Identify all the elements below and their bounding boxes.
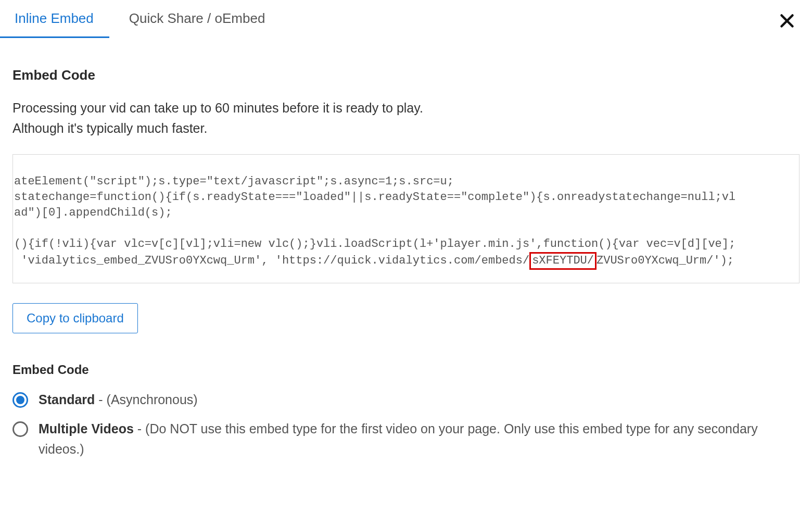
embed-code-textarea[interactable]: ateElement("script");s.type="text/javasc… <box>12 154 800 283</box>
radio-checked-icon <box>12 392 28 408</box>
close-button[interactable] <box>775 8 800 33</box>
highlighted-id: sXFEYTDU/ <box>529 252 597 270</box>
tabs-bar: Inline Embed Quick Share / oEmbed <box>0 0 812 38</box>
close-icon <box>778 11 796 30</box>
radio-multiple-videos-label: Multiple Videos - (Do NOT use this embed… <box>39 419 800 459</box>
tab-list: Inline Embed Quick Share / oEmbed <box>12 3 267 38</box>
radio-standard-label: Standard - (Asynchronous) <box>39 390 800 410</box>
processing-line-1: Processing your vid can take up to 60 mi… <box>12 101 423 115</box>
embed-code-heading: Embed Code <box>12 67 800 83</box>
radio-multiple-videos[interactable]: Multiple Videos - (Do NOT use this embed… <box>0 419 812 469</box>
processing-line-2: Although it's typically much faster. <box>12 121 207 135</box>
embed-code-content: ateElement("script");s.type="text/javasc… <box>14 173 798 270</box>
radio-unchecked-icon <box>12 421 28 437</box>
copy-to-clipboard-button[interactable]: Copy to clipboard <box>12 303 138 333</box>
tab-inline-embed[interactable]: Inline Embed <box>12 3 96 38</box>
radio-standard[interactable]: Standard - (Asynchronous) <box>0 390 812 419</box>
processing-note: Processing your vid can take up to 60 mi… <box>12 98 800 139</box>
tab-quick-share[interactable]: Quick Share / oEmbed <box>127 3 268 38</box>
embed-code-type-heading: Embed Code <box>12 362 800 377</box>
